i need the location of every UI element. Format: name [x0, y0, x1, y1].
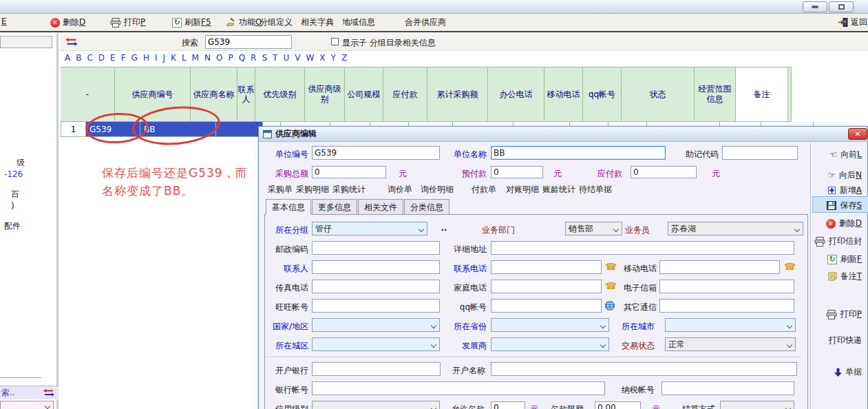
delete-button[interactable]: ✕ 删除D: [50, 17, 85, 28]
menu-region-info[interactable]: 地域信息: [342, 17, 375, 28]
alphabet-letter-link[interactable]: A: [65, 53, 70, 63]
province-combo[interactable]: [491, 318, 609, 332]
alphabet-letter-link[interactable]: R: [251, 53, 256, 63]
table-column-header[interactable]: [788, 67, 792, 122]
swap-icon[interactable]: [65, 38, 78, 46]
table-column-header[interactable]: 状态: [622, 67, 695, 122]
alphabet-letter-link[interactable]: E: [110, 53, 116, 63]
add-button[interactable]: 新增A: [827, 185, 862, 196]
alphabet-letter-link[interactable]: D: [98, 53, 105, 63]
district-combo[interactable]: [312, 337, 440, 351]
tree-item-fragment[interactable]: 百: [11, 189, 19, 200]
dialog-titlebar[interactable]: 供应商编辑: [259, 127, 867, 142]
table-column-header[interactable]: 移动电话: [544, 67, 583, 122]
home-phone-field[interactable]: [491, 280, 602, 293]
menu-related-dict[interactable]: 相关字典: [301, 17, 334, 28]
mobile-field[interactable]: [659, 260, 780, 274]
alphabet-letter-link[interactable]: X: [319, 53, 325, 63]
related-doc-link[interactable]: 采购单: [268, 184, 293, 196]
search-input[interactable]: [205, 35, 292, 49]
unit-code-field[interactable]: [312, 146, 440, 160]
related-doc-link[interactable]: 对账明细: [506, 184, 539, 196]
developer-combo[interactable]: [491, 337, 609, 351]
related-doc-link[interactable]: 采购统计: [332, 184, 366, 196]
tree-item-fragment[interactable]: 配件: [4, 220, 21, 232]
table-column-header[interactable]: 备注: [736, 67, 788, 122]
alphabet-letter-link[interactable]: G: [131, 53, 138, 63]
allow-debt-field[interactable]: [491, 401, 525, 409]
function-button[interactable]: 功能O: [226, 17, 262, 28]
mnemonic-field[interactable]: [722, 146, 798, 160]
alphabet-letter-link[interactable]: B: [76, 53, 81, 63]
purchase-total-field[interactable]: [312, 166, 386, 178]
alphabet-letter-link[interactable]: T: [273, 53, 277, 63]
related-doc-link[interactable]: 采购明细: [296, 184, 329, 196]
tree-item-fragment[interactable]: 级: [17, 157, 25, 169]
refresh-button[interactable]: ↻ 刷新F5: [172, 17, 211, 28]
related-doc-link[interactable]: 付款单: [472, 184, 496, 196]
contact-cell[interactable]: [216, 122, 263, 137]
salesman-combo[interactable]: 苏春湖: [668, 222, 803, 235]
bank-account-field[interactable]: [312, 381, 605, 395]
related-doc-link[interactable]: 询价明细: [421, 184, 454, 196]
table-column-header[interactable]: 办公电话: [488, 67, 544, 122]
table-column-header[interactable]: qq帐号: [583, 67, 622, 122]
alphabet-letter-link[interactable]: C: [87, 53, 92, 63]
payable-field[interactable]: [631, 166, 697, 178]
settle-combo[interactable]: [720, 401, 794, 409]
qq-field[interactable]: [491, 299, 602, 313]
print-express-button[interactable]: 打印快递: [829, 335, 862, 346]
window-maximize-button[interactable]: [829, 1, 854, 12]
tab-related-files[interactable]: 相关文件: [358, 199, 403, 215]
toolbar-cut-item[interactable]: E: [1, 17, 7, 26]
address-field[interactable]: [491, 241, 794, 255]
prev-button[interactable]: ☜ 向前L: [829, 149, 862, 160]
alphabet-letter-link[interactable]: L: [182, 53, 187, 63]
table-column-header[interactable]: 供应商级别: [305, 67, 345, 122]
table-column-header[interactable]: 联系人: [237, 67, 255, 122]
dialog-delete-button[interactable]: ✕ 删除D: [826, 218, 862, 229]
documents-button[interactable]: 单据: [834, 366, 862, 378]
zip-field[interactable]: [312, 241, 440, 255]
group-more-button[interactable]: ..: [438, 226, 449, 234]
dialog-refresh-button[interactable]: ↻ 刷新F: [827, 253, 862, 265]
trade-status-combo[interactable]: 正常: [665, 337, 796, 351]
related-doc-link[interactable]: 账龄统计: [542, 184, 575, 196]
wangwang-field[interactable]: [312, 299, 440, 313]
left-panel-header[interactable]: [0, 36, 52, 48]
bank-field[interactable]: [312, 362, 441, 376]
alphabet-letter-link[interactable]: I: [155, 53, 158, 63]
alphabet-letter-link[interactable]: S: [262, 53, 267, 63]
unit-name-field[interactable]: [491, 146, 666, 160]
city-combo[interactable]: [665, 318, 796, 332]
close-icon[interactable]: ✕: [848, 128, 867, 140]
prepaid-field[interactable]: [491, 166, 543, 178]
alphabet-letter-link[interactable]: O: [216, 53, 222, 63]
other-comm-field[interactable]: [659, 299, 794, 313]
related-doc-link[interactable]: 待结单据: [579, 184, 612, 196]
tab-basic-info[interactable]: 基本信息: [266, 199, 311, 215]
menu-group-define[interactable]: 分组定义: [260, 17, 293, 28]
messenger-globe-icon[interactable]: [605, 301, 615, 311]
alphabet-letter-link[interactable]: K: [171, 53, 176, 63]
alphabet-letter-link[interactable]: Z: [341, 53, 347, 63]
print-envelope-button[interactable]: 打印信封: [814, 235, 862, 247]
contact-field[interactable]: [312, 260, 440, 274]
table-column-header[interactable]: 经营范围信息: [695, 67, 736, 122]
alphabet-letter-link[interactable]: V: [295, 53, 300, 63]
alphabet-letter-link[interactable]: Q: [239, 53, 245, 63]
swap-icon[interactable]: [43, 389, 54, 397]
phone-icon[interactable]: ☎: [605, 280, 617, 291]
related-doc-link[interactable]: 询价单: [388, 184, 412, 196]
alphabet-letter-link[interactable]: M: [192, 53, 199, 63]
table-column-header[interactable]: 累计采购额: [427, 67, 488, 122]
tree-item-fragment[interactable]: ): [11, 201, 14, 211]
dept-combo[interactable]: 销售部: [565, 222, 622, 235]
back-button[interactable]: 返回: [838, 17, 867, 28]
save-button[interactable]: 保存S: [827, 200, 862, 211]
dialog-print-button[interactable]: 打印P: [826, 308, 862, 320]
phone-icon[interactable]: ☎: [784, 261, 796, 272]
left-panel-search-bar[interactable]: 索..: [0, 386, 59, 399]
alphabet-letter-link[interactable]: U: [283, 53, 289, 63]
tab-classification[interactable]: 分类信息: [404, 199, 449, 215]
